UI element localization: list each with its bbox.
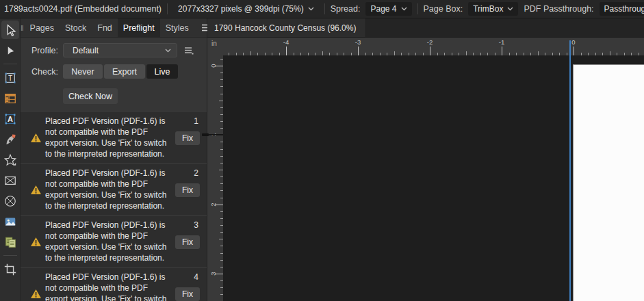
spread-label: Spread: — [331, 4, 361, 14]
ruler-tick — [220, 107, 223, 108]
move-tool[interactable] — [1, 21, 19, 39]
ruler-tick — [220, 79, 223, 80]
check-never-button[interactable]: Never — [63, 64, 103, 79]
ruler-tick — [509, 53, 510, 55]
h-ruler-label: 0 — [571, 38, 575, 46]
ruler-tick — [444, 53, 445, 55]
ruler-tick — [437, 53, 438, 55]
resolution-dropdown[interactable]: 2077x3327 pixels @ 399dpi (75%) — [173, 2, 319, 16]
profile-select[interactable]: Default — [63, 43, 177, 57]
passthrough-select[interactable]: Passthrough — [600, 2, 644, 16]
tab-preflight[interactable]: Preflight — [118, 18, 160, 37]
fix-button[interactable]: Fix — [175, 183, 200, 197]
tools-sidebar: T A — [0, 18, 21, 301]
canvas-area[interactable]: in -4-3-2-10 0123 — [207, 38, 644, 301]
cursor-arrow-icon — [3, 23, 17, 37]
v-ruler-label: 2 — [209, 202, 217, 206]
check-export-button[interactable]: Export — [104, 64, 145, 79]
warning-text: Placed PDF Version (PDF-1.6) is not comp… — [45, 220, 168, 263]
place-image-tool[interactable] — [1, 212, 19, 231]
profile-preset-menu-icon[interactable] — [184, 47, 194, 55]
document-viewport[interactable] — [223, 55, 644, 301]
tab-stock[interactable]: Stock — [60, 18, 92, 37]
ruler-tick — [220, 211, 223, 212]
ruler-tick — [220, 267, 223, 267]
ruler-tick — [220, 59, 223, 60]
warning-item[interactable]: Placed PDF Version (PDF-1.6) is not comp… — [21, 112, 207, 163]
passthrough-value: Passthrough — [604, 4, 644, 14]
ruler-tick — [229, 53, 229, 55]
rectangle-frame-tool[interactable] — [1, 171, 19, 189]
star-tool[interactable] — [1, 150, 19, 169]
ruler-tick — [452, 53, 452, 55]
h-ruler-label: -4 — [283, 38, 289, 46]
image-icon — [3, 215, 17, 228]
text-frame-icon: T — [3, 71, 17, 85]
fix-button[interactable]: Fix — [175, 131, 200, 145]
ruler-tick — [220, 86, 223, 87]
h-ruler-label: -1 — [499, 38, 504, 46]
crop-tool[interactable] — [1, 260, 19, 278]
table-tool[interactable] — [1, 89, 19, 107]
warning-text: Placed PDF Version (PDF-1.6) is not comp… — [45, 116, 168, 159]
ruler-tick — [279, 53, 280, 55]
ruler-tick — [631, 53, 632, 55]
ellipse-frame-tool[interactable] — [1, 192, 19, 210]
tab-styles[interactable]: Styles — [160, 18, 194, 37]
check-row: Check: Never Export Live — [21, 64, 207, 79]
spread-select[interactable]: Page 4 — [365, 2, 411, 16]
data-merge-tool[interactable] — [1, 233, 19, 251]
ruler-tick — [595, 53, 596, 55]
warning-triangle-icon — [26, 116, 45, 159]
ruler-tick — [502, 47, 502, 55]
ruler-tick — [322, 51, 323, 55]
fix-button[interactable]: Fix — [175, 287, 200, 301]
page-white[interactable] — [573, 64, 644, 301]
ruler-tick — [415, 53, 416, 55]
document-tab-bar: 1790 Hancock County Census (96.0%) — [207, 18, 644, 38]
artistic-text-icon: A — [3, 112, 17, 126]
art-text-tool[interactable]: A — [1, 109, 19, 128]
document-tab[interactable]: 1790 Hancock County Census (96.0%) — [207, 18, 366, 37]
warning-triangle-icon — [26, 168, 45, 211]
frame-text-tool[interactable]: T — [1, 68, 19, 87]
ruler-tick — [480, 53, 481, 55]
ruler-tick — [220, 287, 223, 288]
ruler-tick — [220, 73, 223, 73]
ruler-tick — [220, 280, 223, 281]
ruler-tick — [430, 47, 430, 55]
warning-item[interactable]: Placed PDF Version (PDF-1.6) is not comp… — [21, 268, 207, 301]
ruler-tick — [459, 53, 459, 55]
tab-fnd[interactable]: Fnd — [92, 18, 118, 37]
solid-arrow-icon — [4, 44, 16, 57]
warnings-list: Placed PDF Version (PDF-1.6) is not comp… — [21, 112, 207, 301]
ruler-tick — [220, 128, 223, 129]
check-live-button[interactable]: Live — [146, 64, 178, 79]
ruler-tick — [495, 53, 495, 55]
panel-body: Profile: Default Check: Never Export Liv… — [21, 38, 207, 301]
ruler-tick — [588, 53, 589, 55]
ruler-tick — [286, 47, 287, 55]
ruler-tick — [530, 53, 531, 55]
ruler-tick — [236, 53, 237, 55]
ruler-tick — [423, 53, 424, 55]
pen-tool[interactable] — [1, 130, 19, 148]
ruler-tick — [358, 47, 359, 55]
ruler-tick — [545, 53, 545, 55]
warning-item[interactable]: Placed PDF Version (PDF-1.6) is not comp… — [21, 164, 207, 215]
warning-count: 1 — [194, 116, 198, 126]
ruler-tick — [574, 47, 574, 55]
ruler-tick — [610, 51, 610, 55]
ruler-tick — [581, 53, 582, 55]
check-now-button[interactable]: Check Now — [63, 88, 118, 104]
page-box-select[interactable]: TrimBox — [468, 2, 518, 16]
ruler-tick — [380, 53, 381, 55]
tab-pages[interactable]: Pages — [25, 18, 60, 37]
fix-button[interactable]: Fix — [175, 235, 200, 249]
warning-item[interactable]: Placed PDF Version (PDF-1.6) is not comp… — [21, 216, 207, 267]
table-icon — [3, 92, 17, 105]
ruler-tick — [401, 53, 402, 55]
ruler-tick — [220, 190, 223, 191]
node-tool[interactable] — [1, 41, 19, 60]
ruler-tick — [219, 239, 223, 239]
